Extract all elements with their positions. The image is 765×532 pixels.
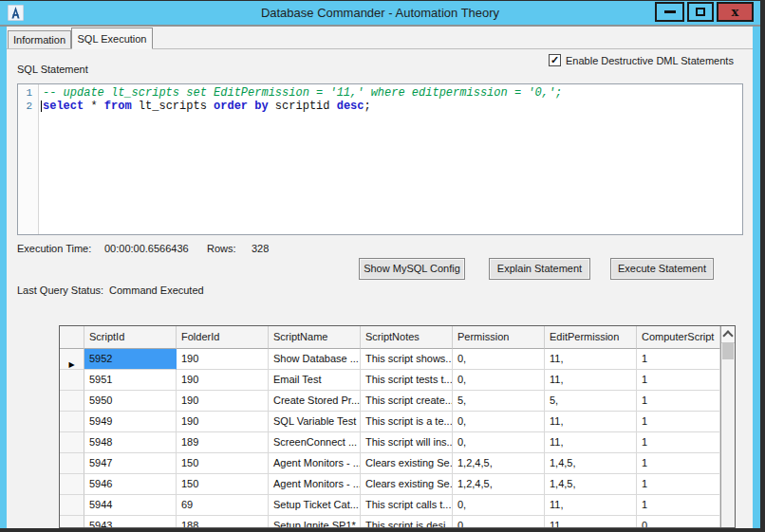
column-header-editpermission[interactable]: EditPermission xyxy=(545,326,637,349)
row-selector-cell[interactable]: ▶ xyxy=(60,349,84,370)
grid-cell[interactable]: 1 xyxy=(637,412,720,432)
grid-cell[interactable]: 5, xyxy=(453,391,545,412)
grid-cell[interactable]: 5950 xyxy=(84,391,177,412)
maximize-button[interactable] xyxy=(687,2,714,22)
window-controls: x xyxy=(655,2,754,22)
grid-cell[interactable]: Agent Monitors - ... xyxy=(269,453,361,474)
grid-cell[interactable]: 1 xyxy=(637,474,720,495)
grid-cell[interactable]: 1 xyxy=(637,349,720,370)
grid-cell[interactable]: 150 xyxy=(177,453,269,474)
grid-cell[interactable]: 11, xyxy=(545,349,637,370)
grid-cell[interactable]: This script is desi... xyxy=(361,516,453,528)
scrollbar-up-button[interactable] xyxy=(721,326,735,343)
grid-cell[interactable]: 11, xyxy=(545,412,637,432)
scrollbar-up-icon xyxy=(722,330,733,340)
column-header-scriptnotes[interactable]: ScriptNotes xyxy=(361,326,453,349)
minimize-button[interactable] xyxy=(655,2,684,22)
scrollbar-thumb[interactable] xyxy=(722,342,734,359)
tab-information[interactable]: Information xyxy=(8,30,71,49)
grid-cell[interactable]: Create Stored Pr... xyxy=(269,391,361,412)
grid-cell[interactable]: 0, xyxy=(453,412,545,432)
grid-cell[interactable]: 188 xyxy=(177,516,269,528)
grid-cell[interactable]: 0 xyxy=(637,516,720,528)
current-row-arrow-icon: ▶ xyxy=(68,360,74,369)
grid-cell[interactable]: 5, xyxy=(545,391,637,412)
grid-cell[interactable]: 5946 xyxy=(84,474,177,495)
rows-value: 328 xyxy=(252,243,269,254)
grid-cell[interactable]: 1,2,4,5, xyxy=(453,474,545,495)
explain-statement-button[interactable]: Explain Statement xyxy=(489,258,590,280)
column-header-scriptname[interactable]: ScriptName xyxy=(269,326,361,349)
grid-cell[interactable]: This script will ins... xyxy=(361,432,453,453)
grid-cell[interactable]: Show Database ... xyxy=(269,349,361,370)
show-mysql-config-button[interactable]: Show MySQL Config xyxy=(359,258,465,280)
grid-cell[interactable]: Setup Ignite SP1* xyxy=(269,516,361,528)
grid-cell[interactable]: 190 xyxy=(177,412,269,432)
grid-cell[interactable]: 190 xyxy=(177,349,269,370)
grid-cell[interactable]: This script shows... xyxy=(361,349,453,370)
app-window: Database Commander - Automation Theory x… xyxy=(0,1,760,528)
grid-cell[interactable]: 11, xyxy=(545,370,637,391)
sql-editor[interactable]: 12 -- update lt_scripts set EditPermissi… xyxy=(17,83,743,235)
grid-cell[interactable]: 5952 xyxy=(84,349,177,370)
grid-cell[interactable]: 5951 xyxy=(84,370,177,391)
row-selector-cell[interactable] xyxy=(60,432,84,453)
grid-cell[interactable]: 5943 xyxy=(84,516,177,528)
grid-cell[interactable]: This script tests t... xyxy=(361,370,453,391)
execute-statement-button[interactable]: Execute Statement xyxy=(610,258,714,280)
titlebar: Database Commander - Automation Theory x xyxy=(0,1,760,25)
grid-cell[interactable]: 1,4,5, xyxy=(545,474,637,495)
grid-cell[interactable]: ScreenConnect ... xyxy=(269,432,361,453)
grid-cell[interactable]: 11, xyxy=(545,432,637,453)
grid-cell[interactable]: 0, xyxy=(453,349,545,370)
row-selector-cell[interactable] xyxy=(60,391,84,412)
row-selector-cell[interactable] xyxy=(60,412,84,432)
row-selector-cell[interactable] xyxy=(60,474,84,495)
grid-inner: ScriptIdFolderIdScriptNameScriptNotesPer… xyxy=(60,326,720,527)
grid-cell[interactable]: 190 xyxy=(177,391,269,412)
grid-cell[interactable]: 1 xyxy=(637,391,720,412)
grid-cell[interactable]: Agent Monitors - ... xyxy=(269,474,361,495)
grid-cell[interactable]: Clears existing Se... xyxy=(361,474,453,495)
grid-cell[interactable]: 190 xyxy=(177,370,269,391)
column-header-permission[interactable]: Permission xyxy=(453,326,545,349)
destructive-dml-checkbox[interactable]: ✓ xyxy=(549,54,561,66)
grid-cell[interactable]: Email Test xyxy=(269,370,361,391)
grid-cell[interactable]: 1 xyxy=(637,370,720,391)
grid-cell[interactable]: 0, xyxy=(453,370,545,391)
row-selector-cell[interactable] xyxy=(60,370,84,391)
grid-cell[interactable]: This script calls t... xyxy=(361,495,453,516)
close-button[interactable]: x xyxy=(717,2,754,22)
grid-cell[interactable]: 69 xyxy=(177,495,269,516)
grid-cell[interactable]: 150 xyxy=(177,474,269,495)
grid-cell[interactable]: 0, xyxy=(453,516,545,528)
grid-cell[interactable]: 1 xyxy=(637,432,720,453)
row-selector-cell[interactable] xyxy=(60,516,84,528)
row-selector-cell[interactable] xyxy=(60,495,84,516)
row-selector-cell[interactable] xyxy=(60,453,84,474)
row-selector-header[interactable] xyxy=(60,326,84,349)
column-header-folderid[interactable]: FolderId xyxy=(177,326,269,349)
grid-cell[interactable]: Clears existing Se... xyxy=(361,453,453,474)
grid-cell[interactable]: 5944 xyxy=(84,495,177,516)
grid-cell[interactable]: 189 xyxy=(177,432,269,453)
grid-cell[interactable]: 1,2,4,5, xyxy=(453,453,545,474)
grid-cell[interactable]: 5947 xyxy=(84,453,177,474)
grid-cell[interactable]: 0, xyxy=(453,432,545,453)
grid-cell[interactable]: 1,4,5, xyxy=(545,453,637,474)
grid-cell[interactable]: Setup Ticket Cat... xyxy=(269,495,361,516)
grid-vertical-scrollbar[interactable] xyxy=(720,326,735,527)
grid-cell[interactable]: 0, xyxy=(453,495,545,516)
grid-cell[interactable]: 11, xyxy=(545,516,637,528)
tab-sql-execution[interactable]: SQL Execution xyxy=(71,28,153,49)
grid-cell[interactable]: 5949 xyxy=(84,412,177,432)
grid-cell[interactable]: 1 xyxy=(637,495,720,516)
column-header-computerscript[interactable]: ComputerScript xyxy=(637,326,720,349)
column-header-scriptid[interactable]: ScriptId xyxy=(84,326,177,349)
grid-cell[interactable]: 1 xyxy=(637,453,720,474)
grid-cell[interactable]: This script create... xyxy=(361,391,453,412)
grid-cell[interactable]: 5948 xyxy=(84,432,177,453)
grid-cell[interactable]: This script is a te... xyxy=(361,412,453,432)
grid-cell[interactable]: SQL Variable Test xyxy=(269,412,361,432)
grid-cell[interactable]: 11, xyxy=(545,495,637,516)
